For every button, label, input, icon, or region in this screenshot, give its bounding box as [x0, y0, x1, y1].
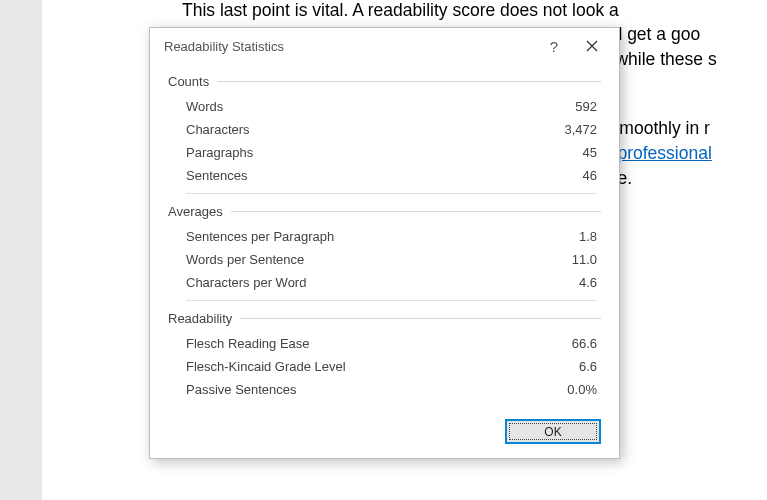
stat-row: Sentences46 — [168, 164, 601, 187]
page-left-margin — [0, 0, 42, 500]
section-header-averages: Averages — [168, 204, 601, 219]
stat-row: Flesch-Kincaid Grade Level6.6 — [168, 355, 601, 378]
close-button[interactable] — [573, 38, 611, 55]
stat-row: Characters3,472 — [168, 118, 601, 141]
stat-row: Flesch Reading Ease66.6 — [168, 332, 601, 355]
section-label: Readability — [168, 311, 232, 326]
stat-value: 1.8 — [579, 227, 597, 246]
stat-value: 3,472 — [564, 120, 597, 139]
section-label: Averages — [168, 204, 223, 219]
close-icon — [586, 40, 598, 52]
separator — [186, 300, 597, 301]
dialog-body: Counts Words592 Characters3,472 Paragrap… — [150, 74, 619, 458]
stat-value: 592 — [575, 97, 597, 116]
dialog-footer: OK — [168, 401, 601, 444]
stat-value: 46 — [583, 166, 597, 185]
stat-row: Paragraphs45 — [168, 141, 601, 164]
doc-link-professional[interactable]: professional — [617, 143, 711, 163]
dialog-title: Readability Statistics — [164, 39, 535, 54]
stat-row: Words592 — [168, 95, 601, 118]
stat-label: Words per Sentence — [186, 250, 304, 269]
stat-row: Words per Sentence11.0 — [168, 248, 601, 271]
dialog-titlebar: Readability Statistics ? — [150, 28, 619, 64]
stat-value: 45 — [583, 143, 597, 162]
section-header-readability: Readability — [168, 311, 601, 326]
stat-label: Characters per Word — [186, 273, 306, 292]
section-header-counts: Counts — [168, 74, 601, 89]
stat-label: Characters — [186, 120, 250, 139]
section-rule — [240, 318, 601, 319]
section-rule — [217, 81, 601, 82]
stat-row: Sentences per Paragraph1.8 — [168, 225, 601, 248]
readability-statistics-dialog: Readability Statistics ? Counts Words592… — [149, 27, 620, 459]
ok-button[interactable]: OK — [505, 419, 601, 444]
stat-row: Passive Sentences0.0% — [168, 378, 601, 401]
stat-row: Characters per Word4.6 — [168, 271, 601, 294]
section-label: Counts — [168, 74, 209, 89]
stat-label: Flesch Reading Ease — [186, 334, 310, 353]
stat-value: 0.0% — [567, 380, 597, 399]
stat-label: Flesch-Kincaid Grade Level — [186, 357, 346, 376]
stat-value: 11.0 — [572, 250, 597, 269]
stat-label: Sentences per Paragraph — [186, 227, 334, 246]
stat-label: Passive Sentences — [186, 380, 297, 399]
doc-text-line: This last point is vital. A readability … — [182, 0, 619, 23]
stat-label: Sentences — [186, 166, 247, 185]
stat-label: Paragraphs — [186, 143, 253, 162]
help-button[interactable]: ? — [535, 38, 573, 55]
stat-value: 4.6 — [579, 273, 597, 292]
stat-label: Words — [186, 97, 223, 116]
separator — [186, 193, 597, 194]
stat-value: 66.6 — [572, 334, 597, 353]
section-rule — [231, 211, 601, 212]
stat-value: 6.6 — [579, 357, 597, 376]
